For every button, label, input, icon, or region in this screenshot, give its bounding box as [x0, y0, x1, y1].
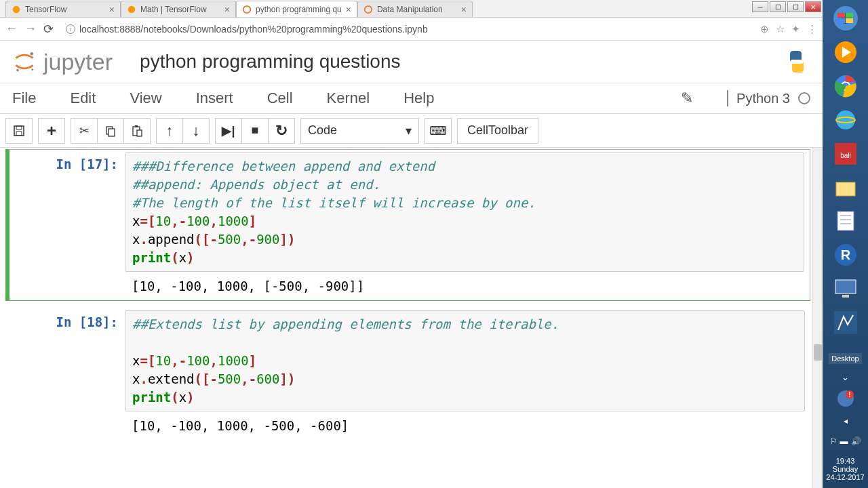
chrome-menu-icon[interactable]: ⋮ [807, 23, 817, 35]
r-icon[interactable]: R [831, 241, 861, 269]
clock-date: 24-12-2017 [823, 473, 868, 481]
interrupt-button[interactable]: ■ [241, 118, 269, 144]
restore-button[interactable]: ☐ [770, 1, 786, 12]
monitor-icon[interactable] [831, 274, 861, 303]
alert-icon[interactable]: ! [836, 389, 855, 408]
cell-toolbar-button[interactable]: CellToolbar [457, 118, 538, 144]
cell-output: [10, -100, 1000, [-500, -900]] [125, 272, 804, 296]
browser-tab[interactable]: Math | TensorFlow × [121, 1, 236, 17]
minimize-button[interactable]: ─ [752, 1, 768, 12]
svg-rect-38 [834, 311, 857, 334]
windows-taskbar: ball R Desktop ⌄ ! ◂ ⚐ ▬ 🔊 19:43 Sunday … [823, 0, 868, 488]
code-input[interactable]: ##Extends list by appending elements fro… [125, 310, 805, 411]
jupyter-logo-text: jupyter [43, 49, 113, 75]
tray-arrow-icon[interactable]: ◂ [844, 416, 848, 426]
svg-rect-36 [835, 280, 856, 293]
media-player-icon[interactable] [831, 38, 861, 66]
flag-icon[interactable]: ⚐ [830, 436, 837, 446]
desktop-label[interactable]: Desktop [829, 353, 861, 364]
network-icon[interactable]: ▬ [840, 436, 848, 446]
cell-type-select[interactable]: Code ▾ [300, 118, 419, 144]
browser-tab-active[interactable]: python programming qu × [236, 1, 357, 17]
forward-button[interactable]: → [24, 22, 37, 36]
tab-title: Data Manipulation [377, 5, 457, 14]
tensorflow-icon [12, 5, 21, 14]
command-palette-button[interactable]: ⌨ [425, 118, 452, 144]
reload-button[interactable]: ⟳ [43, 22, 54, 37]
svg-point-6 [31, 68, 33, 70]
svg-rect-19 [846, 18, 853, 23]
menu-kernel[interactable]: Kernel [327, 89, 370, 107]
save-button[interactable] [5, 118, 33, 144]
tab-close-icon[interactable]: × [224, 4, 230, 15]
notepad-icon[interactable] [831, 207, 861, 236]
svg-text:ball: ball [840, 152, 851, 159]
menu-help[interactable]: Help [403, 89, 434, 107]
svg-point-5 [16, 69, 19, 72]
tab-close-icon[interactable]: × [109, 4, 115, 15]
browser-tab[interactable]: Data Manipulation × [357, 1, 473, 17]
chrome-icon[interactable] [831, 72, 861, 100]
maximize-button[interactable]: ☐ [787, 1, 804, 12]
edit-icon[interactable]: ✎ [681, 89, 693, 107]
jupyter-logo[interactable]: jupyter [12, 49, 113, 75]
move-up-button[interactable]: ↑ [156, 118, 183, 144]
app-icon[interactable] [831, 308, 861, 337]
input-prompt: In [17]: [9, 152, 125, 296]
code-cell[interactable]: In [17]:###Difference between append and… [5, 149, 810, 301]
system-tray[interactable]: ◂ [844, 413, 848, 428]
ie-icon[interactable] [831, 106, 861, 134]
svg-rect-37 [842, 295, 849, 298]
menu-file[interactable]: File [12, 89, 36, 107]
info-icon[interactable]: i [66, 24, 75, 34]
volume-icon[interactable]: 🔊 [851, 436, 861, 446]
svg-rect-30 [837, 211, 854, 230]
cut-button[interactable]: ✂ [71, 118, 98, 144]
run-button[interactable]: ▶| [215, 118, 242, 144]
url-input[interactable]: i localhost:8888/notebooks/Downloads/pyt… [60, 20, 753, 38]
tab-close-icon[interactable]: × [346, 4, 351, 15]
clock[interactable]: 19:43 Sunday 24-12-2017 [823, 454, 868, 484]
extensions-icon[interactable]: ✦ [791, 23, 800, 35]
menu-view[interactable]: View [130, 89, 161, 107]
svg-rect-14 [137, 130, 142, 136]
copy-button[interactable] [97, 118, 124, 144]
code-cell[interactable]: In [18]:##Extends list by appending elem… [9, 310, 810, 436]
address-bar: ← → ⟳ i localhost:8888/notebooks/Downloa… [0, 18, 823, 41]
bookmark-star-icon[interactable]: ☆ [776, 23, 785, 35]
zoom-icon[interactable]: ⊕ [760, 23, 769, 35]
svg-point-2 [243, 5, 251, 13]
close-window-button[interactable]: ✕ [805, 1, 821, 12]
notebook-title[interactable]: python programming questions [140, 51, 400, 73]
back-button[interactable]: ← [5, 22, 18, 36]
jupyter-header: jupyter python programming questions [0, 41, 823, 83]
kernel-name[interactable]: Python 3 [736, 91, 790, 106]
notebook-area[interactable]: In [17]:###Difference between append and… [0, 148, 823, 488]
restart-button[interactable]: ↻ [268, 118, 295, 144]
clock-time: 19:43 [823, 457, 868, 465]
code-input[interactable]: ###Difference between append and extend#… [125, 152, 804, 272]
scrollbar-thumb[interactable] [814, 344, 822, 361]
add-cell-button[interactable]: + [38, 118, 65, 144]
jupyter-icon [363, 5, 373, 14]
menu-edit[interactable]: Edit [70, 89, 96, 107]
tab-close-icon[interactable]: × [461, 4, 467, 15]
menu-cell[interactable]: Cell [267, 89, 293, 107]
kernel-indicator: Python 3 [727, 90, 810, 106]
vertical-scrollbar[interactable] [812, 148, 823, 488]
svg-rect-13 [135, 125, 138, 127]
svg-point-1 [128, 5, 136, 13]
url-text: localhost:8888/notebooks/Downloads/pytho… [79, 24, 428, 35]
iball-icon[interactable]: ball [831, 140, 861, 168]
start-button[interactable] [831, 4, 861, 33]
cell-type-value: Code [308, 123, 337, 138]
svg-rect-18 [837, 18, 845, 23]
paste-button[interactable] [123, 118, 151, 144]
svg-rect-29 [836, 182, 855, 196]
chevron-icon[interactable]: ⌄ [842, 371, 849, 384]
browser-tab[interactable]: TensorFlow × [5, 1, 121, 17]
folder-icon[interactable] [831, 174, 861, 202]
chevron-down-icon: ▾ [406, 123, 412, 138]
move-down-button[interactable]: ↓ [182, 118, 210, 144]
menu-insert[interactable]: Insert [196, 89, 233, 107]
